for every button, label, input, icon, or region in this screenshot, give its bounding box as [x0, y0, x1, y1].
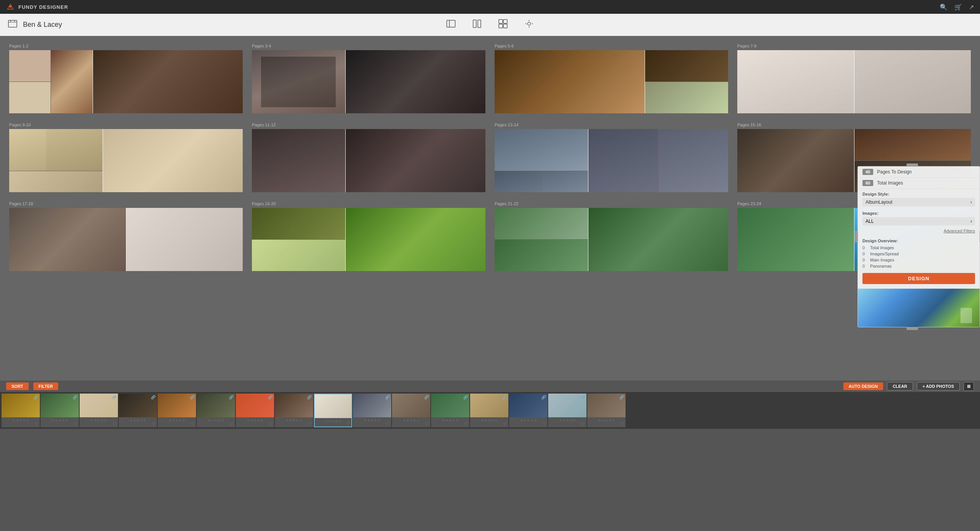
- auto-design-button[interactable]: AUTO DESIGN: [843, 382, 883, 390]
- link-icon-15[interactable]: 🔗: [619, 395, 624, 399]
- spread-7-8[interactable]: Pages 7-8: [737, 44, 971, 113]
- cart-icon[interactable]: 🛒: [954, 3, 962, 11]
- link-icon-3[interactable]: 🔗: [151, 395, 155, 399]
- link-icon-5[interactable]: 🔗: [229, 395, 234, 399]
- heart-icon-9[interactable]: ♡: [386, 422, 390, 426]
- svg-rect-6: [478, 20, 481, 28]
- film-item-4[interactable]: ★★★★★ ♡ 🔗: [158, 394, 196, 427]
- svg-point-11: [528, 22, 531, 25]
- heart-icon-10[interactable]: ♡: [425, 422, 429, 426]
- link-icon-7[interactable]: 🔗: [307, 395, 312, 399]
- film-item-8[interactable]: ★★★★★ ♡: [314, 394, 352, 427]
- heart-icon-6[interactable]: ♡: [269, 422, 273, 426]
- heart-icon-15[interactable]: ♡: [620, 422, 624, 426]
- spread-11-12[interactable]: Pages 11-12: [252, 123, 485, 192]
- resize-handle-top[interactable]: [906, 163, 918, 167]
- link-icon-2[interactable]: 🔗: [112, 395, 116, 399]
- film-stars-14: ★★★★★: [559, 418, 576, 422]
- heart-icon-4[interactable]: ♡: [191, 422, 194, 426]
- images-value: ALL: [866, 219, 874, 224]
- pages-nav-icon[interactable]: [472, 18, 482, 31]
- top-icons: 🔍 🛒 ↗: [940, 0, 974, 14]
- heart-icon-12[interactable]: ♡: [503, 422, 507, 426]
- subheader: Ben & Lacey: [0, 14, 980, 36]
- spread-13-14[interactable]: Pages 13-14: [495, 123, 728, 192]
- film-stars-13: ★★★★★: [520, 418, 537, 422]
- link-icon-14[interactable]: 🔗: [580, 395, 585, 399]
- add-photos-button[interactable]: + ADD PHOTOS: [917, 382, 960, 390]
- film-item-1[interactable]: ★★★★★ ♡ 🔗: [41, 394, 79, 427]
- heart-icon-11[interactable]: ♡: [464, 422, 468, 426]
- link-icon-11[interactable]: 🔗: [463, 395, 468, 399]
- link-icon-6[interactable]: 🔗: [268, 395, 273, 399]
- heart-icon-8[interactable]: ♡: [346, 421, 350, 426]
- film-item-2[interactable]: ★★★★★ ♡ 🔗: [80, 394, 118, 427]
- film-item-9[interactable]: ★★★★★ ♡ 🔗: [353, 394, 391, 427]
- film-item-14[interactable]: ★★★★★ ♡ 🔗: [548, 394, 586, 427]
- heart-icon-3[interactable]: ♡: [152, 422, 155, 426]
- film-item-15[interactable]: ★★★★★ ♡ 🔗: [587, 394, 626, 427]
- total-images-row: 60 Total Images: [858, 178, 980, 189]
- link-icon-0[interactable]: 🔗: [34, 395, 38, 399]
- spread-19-20[interactable]: Pages 19-20: [252, 201, 485, 271]
- link-icon-4[interactable]: 🔗: [190, 395, 194, 399]
- filter-button[interactable]: FILTER: [33, 382, 59, 390]
- film-item-6[interactable]: ★★★★★ ♡ 🔗: [236, 394, 274, 427]
- spread-label-11-12: Pages 11-12: [252, 123, 485, 127]
- export-icon[interactable]: ↗: [969, 3, 974, 11]
- link-icon-13[interactable]: 🔗: [541, 395, 546, 399]
- center-icons: [446, 18, 534, 31]
- images-label: Total Images: [877, 180, 903, 186]
- heart-icon-0[interactable]: ♡: [34, 422, 38, 426]
- film-item-10[interactable]: ★★★★★ ♡ 🔗: [392, 394, 430, 427]
- heart-icon-7[interactable]: ♡: [308, 422, 312, 426]
- search-icon[interactable]: 🔍: [940, 3, 947, 11]
- images-header: Images:: [858, 209, 980, 217]
- spread-label-1-2: Pages 1-2: [9, 44, 243, 48]
- spread-17-18[interactable]: Pages 17-18: [9, 201, 243, 271]
- heart-icon-14[interactable]: ♡: [581, 422, 585, 426]
- images-select[interactable]: ALL ›: [862, 217, 975, 225]
- design-style-select[interactable]: AlbumLayout ›: [862, 198, 975, 206]
- film-stars-3: ★★★★★: [129, 418, 146, 422]
- images-value: 60: [862, 180, 873, 186]
- album-nav-icon[interactable]: [446, 18, 456, 31]
- film-stars-6: ★★★★★: [247, 418, 263, 422]
- film-item-13[interactable]: ★★★★★ ♡ 🔗: [509, 394, 547, 427]
- link-icon-12[interactable]: 🔗: [502, 395, 507, 399]
- film-item-3[interactable]: ★★★★★ ♡ 🔗: [119, 394, 157, 427]
- film-stars-5: ★★★★★: [207, 418, 224, 422]
- spread-9-10[interactable]: Pages 9-10: [9, 123, 243, 192]
- advanced-filters-link[interactable]: Advanced Filters: [858, 228, 980, 236]
- resize-handle-bottom[interactable]: [906, 327, 918, 330]
- heart-icon-1[interactable]: ♡: [74, 422, 77, 426]
- design-style-value: AlbumLayout: [866, 199, 892, 205]
- film-item-5[interactable]: ★★★★★ ♡ 🔗: [197, 394, 235, 427]
- sort-button[interactable]: SORT: [6, 382, 29, 390]
- link-icon-1[interactable]: 🔗: [73, 395, 77, 399]
- film-item-12[interactable]: ★★★★★ ♡ 🔗: [470, 394, 508, 427]
- spread-3-4[interactable]: Pages 3-4: [252, 44, 485, 113]
- spread-5-6[interactable]: Pages 5-6: [495, 44, 728, 113]
- film-item-11[interactable]: ★★★★★ ♡ 🔗: [431, 394, 469, 427]
- film-item-0[interactable]: ★★★★★ ♡ 🔗: [2, 394, 40, 427]
- link-icon-9[interactable]: 🔗: [385, 395, 390, 399]
- svg-point-2: [9, 5, 11, 8]
- heart-icon-13[interactable]: ♡: [542, 422, 546, 426]
- film-item-7[interactable]: ★★★★★ ♡ 🔗: [275, 394, 313, 427]
- link-icon-10[interactable]: 🔗: [424, 395, 429, 399]
- toolbar-right: AUTO DESIGN CLEAR + ADD PHOTOS ⊞: [843, 382, 974, 391]
- heart-icon-5[interactable]: ♡: [230, 422, 234, 426]
- heart-icon-2[interactable]: ♡: [113, 422, 116, 426]
- spread-content-5-6: [495, 50, 728, 113]
- settings-nav-icon[interactable]: [524, 18, 534, 31]
- resize-handle-left[interactable]: [855, 231, 858, 242]
- design-button[interactable]: DESIGN: [862, 273, 975, 284]
- grid-view-button[interactable]: ⊞: [964, 382, 974, 391]
- spread-21-22[interactable]: Pages 21-22: [495, 201, 728, 271]
- clear-button[interactable]: CLEAR: [887, 382, 913, 390]
- spread-content-13-14: [495, 129, 728, 192]
- toolbar-left: SORT FILTER: [6, 382, 58, 390]
- spread-1-2[interactable]: Pages 1-2: [9, 44, 243, 113]
- layout-nav-icon[interactable]: [498, 18, 508, 31]
